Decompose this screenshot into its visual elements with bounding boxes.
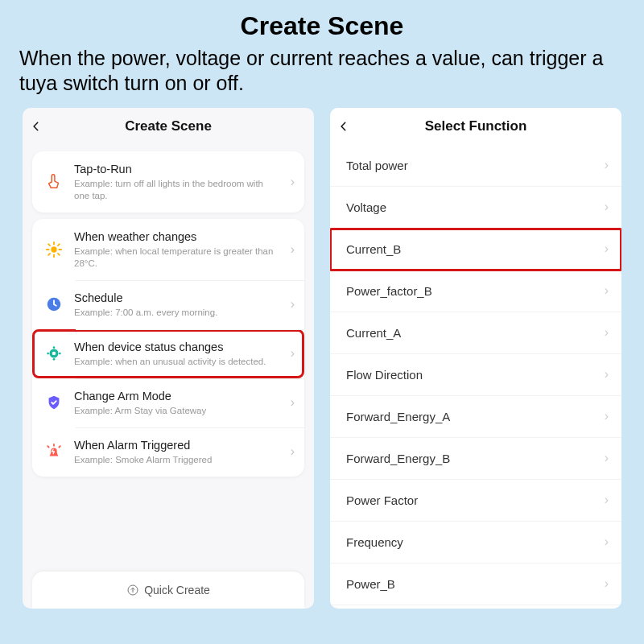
condition-title: Schedule bbox=[74, 291, 281, 305]
chevron-left-icon bbox=[338, 121, 349, 132]
function-row[interactable]: Current_B› bbox=[330, 229, 621, 270]
condition-subtitle: Example: Arm Stay via Gateway bbox=[74, 405, 281, 417]
header-title: Create Scene bbox=[55, 118, 306, 134]
svg-line-8 bbox=[58, 244, 60, 246]
condition-row[interactable]: When Alarm TriggeredExample: Smoke Alarm… bbox=[32, 427, 304, 477]
condition-text: Change Arm ModeExample: Arm Stay via Gat… bbox=[74, 389, 281, 417]
condition-text: ScheduleExample: 7:00 a.m. every morning… bbox=[74, 291, 281, 319]
svg-point-0 bbox=[51, 246, 56, 252]
function-label: Current_A bbox=[346, 326, 401, 340]
chevron-right-icon: › bbox=[291, 242, 295, 257]
chevron-right-icon: › bbox=[291, 175, 295, 189]
function-label: Voltage bbox=[346, 200, 386, 214]
tap-subtitle: Example: turn off all lights in the bedr… bbox=[74, 178, 281, 202]
function-row[interactable]: Current_A› bbox=[330, 312, 621, 354]
back-button[interactable] bbox=[338, 121, 362, 132]
function-label: Frequency bbox=[346, 535, 403, 549]
tap-title: Tap-to-Run bbox=[74, 162, 281, 176]
condition-text: When weather changesExample: when local … bbox=[74, 229, 281, 270]
back-button[interactable] bbox=[31, 121, 55, 132]
svg-line-6 bbox=[58, 253, 60, 254]
function-label: Forward_Energy_B bbox=[346, 452, 450, 465]
chevron-right-icon: › bbox=[605, 242, 609, 256]
chevron-right-icon: › bbox=[291, 444, 295, 459]
quick-create-label: Quick Create bbox=[144, 584, 210, 597]
chevron-right-icon: › bbox=[605, 451, 609, 465]
header: Select Function bbox=[330, 108, 621, 145]
tap-icon bbox=[43, 171, 64, 192]
function-row[interactable]: Voltage› bbox=[330, 187, 621, 229]
chevron-right-icon: › bbox=[605, 158, 609, 172]
chevron-left-icon bbox=[31, 121, 42, 132]
chevron-right-icon: › bbox=[291, 346, 295, 361]
condition-subtitle: Example: when an unusual activity is det… bbox=[74, 356, 281, 368]
chevron-right-icon: › bbox=[605, 367, 609, 382]
chevron-right-icon: › bbox=[291, 297, 295, 312]
phones-container: Create Scene Tap-to-Run Example: turn of… bbox=[0, 108, 644, 609]
function-row[interactable]: Power_B› bbox=[330, 564, 621, 605]
function-row[interactable]: Power Factor› bbox=[330, 480, 621, 522]
function-row[interactable]: Total power› bbox=[330, 145, 621, 187]
svg-line-5 bbox=[48, 244, 50, 246]
header: Create Scene bbox=[23, 108, 314, 145]
function-label: Flow Direction bbox=[346, 368, 423, 382]
header-title: Select Function bbox=[362, 118, 613, 134]
functions-list: Total power›Voltage›Current_B›Power_fact… bbox=[330, 145, 621, 605]
condition-row[interactable]: When weather changesExample: when local … bbox=[32, 219, 304, 280]
quick-create-button[interactable]: Quick Create bbox=[32, 572, 304, 609]
condition-title: When Alarm Triggered bbox=[74, 438, 281, 452]
tap-to-run-card: Tap-to-Run Example: turn off all lights … bbox=[32, 151, 304, 213]
function-label: Power Factor bbox=[346, 493, 418, 507]
function-label: Power_factor_B bbox=[346, 284, 432, 298]
condition-subtitle: Example: when local temperature is great… bbox=[74, 246, 281, 270]
shield-icon bbox=[43, 392, 64, 413]
function-row[interactable]: Frequency› bbox=[330, 522, 621, 564]
function-label: Forward_Energy_A bbox=[346, 410, 450, 423]
condition-text: When device status changesExample: when … bbox=[74, 340, 281, 368]
chevron-right-icon: › bbox=[605, 535, 609, 549]
clock-icon bbox=[43, 294, 64, 315]
device-icon bbox=[43, 343, 64, 364]
function-row[interactable]: Flow Direction› bbox=[330, 354, 621, 396]
conditions-card: When weather changesExample: when local … bbox=[32, 219, 304, 477]
function-label: Total power bbox=[346, 159, 408, 172]
condition-row[interactable]: Change Arm ModeExample: Arm Stay via Gat… bbox=[32, 378, 304, 427]
tap-text: Tap-to-Run Example: turn off all lights … bbox=[74, 162, 281, 202]
chevron-right-icon: › bbox=[605, 200, 609, 214]
chevron-right-icon: › bbox=[605, 493, 609, 507]
function-row[interactable]: Power_factor_B› bbox=[330, 270, 621, 312]
chevron-right-icon: › bbox=[605, 283, 609, 298]
page-title: Create Scene bbox=[0, 0, 644, 41]
svg-point-12 bbox=[47, 353, 49, 355]
condition-title: When weather changes bbox=[74, 229, 281, 244]
phone-select-function: Select Function Total power›Voltage›Curr… bbox=[330, 108, 621, 609]
condition-subtitle: Example: 7:00 a.m. every morning. bbox=[74, 307, 281, 319]
chevron-right-icon: › bbox=[291, 395, 295, 410]
condition-text: When Alarm TriggeredExample: Smoke Alarm… bbox=[74, 438, 281, 466]
chevron-right-icon: › bbox=[605, 325, 609, 340]
condition-row[interactable]: ScheduleExample: 7:00 a.m. every morning… bbox=[32, 280, 304, 329]
svg-point-13 bbox=[59, 353, 61, 355]
page-subtitle: When the power, voltage or current reach… bbox=[0, 46, 644, 97]
phone-create-scene: Create Scene Tap-to-Run Example: turn of… bbox=[23, 108, 314, 609]
condition-row[interactable]: When device status changesExample: when … bbox=[32, 329, 304, 378]
sun-icon bbox=[43, 239, 64, 260]
svg-point-14 bbox=[53, 346, 56, 349]
svg-line-7 bbox=[48, 253, 50, 254]
chevron-right-icon: › bbox=[605, 409, 609, 423]
svg-point-15 bbox=[53, 358, 56, 361]
svg-point-11 bbox=[52, 352, 56, 356]
function-row[interactable]: Forward_Energy_B› bbox=[330, 438, 621, 480]
function-label: Power_B bbox=[346, 577, 395, 591]
function-label: Current_B bbox=[346, 242, 401, 256]
condition-subtitle: Example: Smoke Alarm Triggered bbox=[74, 454, 281, 466]
condition-title: Change Arm Mode bbox=[74, 389, 281, 403]
alarm-icon bbox=[43, 441, 64, 462]
condition-title: When device status changes bbox=[74, 340, 281, 354]
function-row[interactable]: Forward_Energy_A› bbox=[330, 396, 621, 438]
tap-to-run-row[interactable]: Tap-to-Run Example: turn off all lights … bbox=[32, 151, 304, 213]
chevron-right-icon: › bbox=[605, 576, 609, 591]
arrow-up-circle-icon bbox=[126, 584, 139, 597]
